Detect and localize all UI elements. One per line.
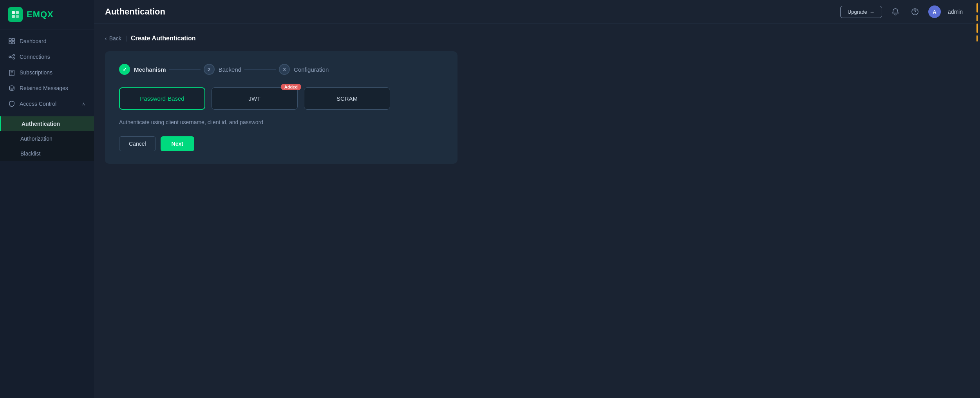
step-2-number: 2 bbox=[208, 67, 210, 72]
connections-icon bbox=[9, 54, 15, 60]
mechanism-password-based[interactable]: Password-Based bbox=[119, 87, 205, 110]
chevron-up-icon: ∧ bbox=[82, 101, 85, 107]
step-2-indicator: 2 bbox=[204, 64, 215, 75]
header: Authentication Upgrade → A admin bbox=[94, 0, 974, 24]
action-buttons: Cancel Next bbox=[119, 136, 443, 151]
scram-label: SCRAM bbox=[336, 95, 358, 102]
sidebar-item-subscriptions[interactable]: Subscriptions bbox=[0, 65, 94, 80]
step-line-2 bbox=[244, 69, 276, 70]
svg-point-19 bbox=[915, 13, 915, 14]
mechanism-description: Authenticate using client username, clie… bbox=[119, 119, 443, 125]
upgrade-label: Upgrade bbox=[848, 9, 867, 15]
svg-line-12 bbox=[11, 57, 13, 58]
authorization-label: Authorization bbox=[20, 136, 52, 142]
blacklist-label: Blacklist bbox=[20, 150, 40, 157]
breadcrumb: ‹ Back | Create Authentication bbox=[105, 35, 963, 42]
retained-messages-icon bbox=[9, 85, 15, 91]
svg-point-9 bbox=[13, 54, 14, 56]
svg-rect-7 bbox=[12, 42, 14, 44]
sidebar: EMQX Dashboard Connections Subscriptions… bbox=[0, 0, 94, 398]
back-button[interactable]: ‹ Back bbox=[105, 35, 121, 42]
access-control-submenu: Authentication Authorization Blacklist bbox=[0, 116, 94, 161]
subscriptions-label: Subscriptions bbox=[20, 69, 52, 76]
dashboard-icon bbox=[9, 38, 15, 44]
step-3-indicator: 3 bbox=[279, 64, 290, 75]
svg-line-11 bbox=[11, 56, 13, 57]
sidebar-logo[interactable]: EMQX bbox=[0, 0, 94, 29]
admin-label: admin bbox=[948, 9, 963, 15]
svg-rect-1 bbox=[16, 11, 19, 14]
page-title: Authentication bbox=[105, 7, 165, 17]
sidebar-nav: Dashboard Connections Subscriptions Reta… bbox=[0, 29, 94, 398]
subscriptions-icon bbox=[9, 69, 15, 76]
sidebar-item-blacklist[interactable]: Blacklist bbox=[0, 146, 94, 161]
notifications-button[interactable] bbox=[889, 5, 902, 18]
access-control-header[interactable]: Access Control ∧ bbox=[0, 96, 94, 112]
svg-rect-5 bbox=[12, 38, 14, 41]
authentication-label: Authentication bbox=[22, 121, 60, 127]
main-area: Authentication Upgrade → A admin ‹ Back … bbox=[94, 0, 974, 398]
step-mechanism: ✓ Mechanism bbox=[119, 64, 166, 75]
access-control-label: Access Control bbox=[20, 101, 56, 107]
sidebar-item-access-control: Access Control ∧ Authentication Authoriz… bbox=[0, 96, 94, 161]
step-backend: 2 Backend bbox=[204, 64, 241, 75]
logo-icon bbox=[8, 7, 23, 22]
step-configuration: 3 Configuration bbox=[279, 64, 329, 75]
breadcrumb-current: Create Authentication bbox=[131, 35, 196, 42]
back-label: Back bbox=[109, 35, 121, 42]
mechanism-scram[interactable]: SCRAM bbox=[304, 87, 390, 110]
content-area: ‹ Back | Create Authentication ✓ Mechani… bbox=[94, 24, 974, 398]
cancel-button[interactable]: Cancel bbox=[119, 136, 156, 151]
logo-text: EMQX bbox=[27, 9, 54, 20]
edge-bar-4 bbox=[976, 35, 978, 42]
step-1-label: Mechanism bbox=[134, 66, 166, 73]
sidebar-item-authorization[interactable]: Authorization bbox=[0, 131, 94, 146]
sidebar-item-dashboard[interactable]: Dashboard bbox=[0, 33, 94, 49]
edge-bar-2 bbox=[976, 15, 978, 21]
step-line-1 bbox=[169, 69, 201, 70]
svg-rect-0 bbox=[12, 11, 15, 14]
back-arrow-icon: ‹ bbox=[105, 35, 107, 42]
help-button[interactable] bbox=[909, 5, 921, 18]
svg-rect-4 bbox=[9, 38, 11, 41]
added-badge: Added bbox=[281, 84, 301, 90]
svg-rect-3 bbox=[16, 15, 19, 18]
dashboard-label: Dashboard bbox=[20, 38, 47, 44]
right-edge-bar bbox=[974, 0, 980, 398]
header-right: Upgrade → A admin bbox=[840, 5, 963, 18]
sidebar-item-authentication[interactable]: Authentication bbox=[0, 116, 94, 131]
sidebar-item-connections[interactable]: Connections bbox=[0, 49, 94, 65]
retained-messages-label: Retained Messages bbox=[20, 85, 68, 91]
mechanism-jwt[interactable]: Added JWT bbox=[212, 87, 298, 110]
upgrade-arrow: → bbox=[870, 9, 875, 15]
upgrade-button[interactable]: Upgrade → bbox=[840, 6, 882, 18]
sidebar-item-retained-messages[interactable]: Retained Messages bbox=[0, 80, 94, 96]
svg-point-17 bbox=[9, 86, 14, 88]
password-based-label: Password-Based bbox=[140, 95, 184, 102]
help-icon bbox=[911, 8, 919, 16]
svg-point-10 bbox=[13, 58, 14, 59]
edge-bar-3 bbox=[976, 24, 978, 33]
wizard-steps: ✓ Mechanism 2 Backend 3 bbox=[119, 64, 443, 75]
svg-rect-2 bbox=[12, 15, 15, 18]
step-1-indicator: ✓ bbox=[119, 64, 130, 75]
shield-icon bbox=[9, 101, 15, 107]
step-3-number: 3 bbox=[283, 67, 286, 72]
breadcrumb-separator: | bbox=[125, 35, 127, 42]
step-2-label: Backend bbox=[219, 66, 241, 73]
svg-rect-6 bbox=[9, 42, 11, 44]
jwt-label: JWT bbox=[249, 95, 261, 102]
mechanism-options: Password-Based Added JWT SCRAM bbox=[119, 87, 443, 110]
wizard-card: ✓ Mechanism 2 Backend 3 bbox=[105, 51, 457, 164]
connections-label: Connections bbox=[20, 54, 50, 60]
svg-point-8 bbox=[9, 56, 11, 58]
next-button[interactable]: Next bbox=[161, 136, 194, 151]
checkmark-icon: ✓ bbox=[123, 67, 127, 72]
edge-bar-1 bbox=[976, 3, 978, 13]
avatar: A bbox=[928, 5, 941, 18]
step-3-label: Configuration bbox=[294, 66, 329, 73]
bell-icon bbox=[891, 8, 899, 16]
